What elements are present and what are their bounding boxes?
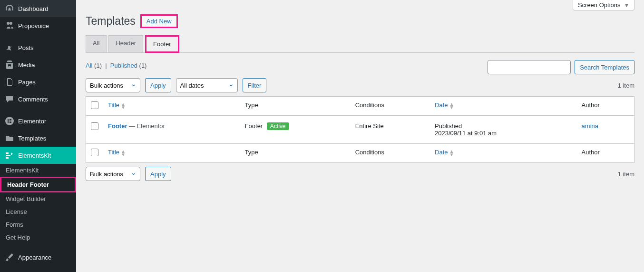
status-filter-links: All (1) | Published (1) [86, 62, 146, 69]
comments-icon [5, 94, 14, 104]
col-type: Type [240, 97, 351, 116]
filter-all-count: (1) [94, 62, 102, 69]
tab-footer[interactable]: Footer [145, 35, 179, 53]
elementskit-icon [5, 151, 14, 160]
sidebar-sub-forms[interactable]: Forms [0, 218, 76, 231]
item-count-bottom: 1 item [618, 171, 634, 178]
dashboard-icon [5, 4, 14, 13]
filter-sep: | [105, 62, 107, 69]
template-tabs: All Header Footer [86, 35, 634, 53]
sidebar-item-templates[interactable]: Templates [0, 130, 76, 147]
col-title[interactable]: Title▲▼ [108, 101, 126, 109]
col-conditions-foot: Conditions [351, 144, 430, 163]
tab-header[interactable]: Header [108, 35, 143, 52]
col-author-foot: Author [577, 144, 634, 163]
main-content: Screen Options ▼ Templates Add New All H… [76, 0, 644, 272]
tab-all[interactable]: All [86, 35, 107, 52]
templates-table: Title▲▼ Type Conditions Date▲▼ Author Fo… [86, 96, 634, 163]
select-all-bottom[interactable] [91, 149, 98, 156]
filter-all-link[interactable]: All [86, 62, 92, 69]
sidebar-sub-get-help[interactable]: Get Help [0, 231, 76, 244]
page-title: Templates [86, 15, 136, 28]
col-date[interactable]: Date▲▼ [435, 101, 454, 109]
row-title-link[interactable]: Footer [108, 122, 127, 130]
sidebar-item-elementor[interactable]: Elementor [0, 112, 76, 130]
pin-icon [5, 43, 14, 52]
pages-icon [5, 77, 14, 87]
row-date-status: Published [435, 122, 572, 130]
sidebar-label: Appearance [18, 254, 51, 261]
users-icon [5, 21, 14, 30]
svg-rect-1 [8, 119, 9, 123]
sidebar-label: Pages [18, 79, 36, 86]
sidebar-item-propovoice[interactable]: Propovoice [0, 17, 76, 34]
search-input[interactable] [488, 60, 571, 74]
elementor-icon [5, 116, 14, 126]
sort-icon: ▲▼ [449, 150, 454, 156]
sidebar-item-pages[interactable]: Pages [0, 73, 76, 91]
sidebar-item-comments[interactable]: Comments [0, 91, 76, 108]
sidebar-item-posts[interactable]: Posts [0, 39, 76, 56]
sidebar-item-media[interactable]: Media [0, 56, 76, 73]
add-new-button[interactable]: Add New [140, 14, 178, 28]
bulk-actions-select-top[interactable]: Bulk actions [86, 78, 140, 92]
svg-rect-7 [6, 157, 9, 159]
sidebar-item-elementskit[interactable]: ElementsKit [0, 147, 76, 164]
col-type-foot: Type [240, 144, 351, 163]
bulk-actions-select-bottom[interactable]: Bulk actions [86, 167, 140, 181]
sidebar-label: Elementor [18, 118, 46, 125]
row-title-suffix: — Elementor [127, 122, 165, 130]
sort-icon: ▲▼ [449, 102, 454, 109]
svg-rect-5 [6, 152, 9, 154]
col-title-foot[interactable]: Title▲▼ [108, 149, 126, 156]
col-date-foot[interactable]: Date▲▼ [435, 149, 454, 156]
svg-rect-4 [10, 122, 11, 123]
brush-icon [5, 252, 14, 262]
svg-rect-3 [10, 121, 11, 121]
sidebar-sub-elementskit[interactable]: ElementsKit [0, 164, 76, 177]
row-date-time: 2023/09/11 at 9:01 am [435, 130, 572, 137]
svg-rect-6 [6, 155, 10, 156]
row-type: Footer [245, 122, 263, 130]
screen-options-label: Screen Options [578, 1, 621, 9]
select-all-top[interactable] [91, 101, 98, 109]
sort-icon: ▲▼ [121, 150, 126, 156]
sidebar-label: Templates [18, 135, 46, 142]
sidebar-item-appearance[interactable]: Appearance [0, 249, 76, 266]
row-checkbox[interactable] [91, 122, 98, 130]
col-conditions: Conditions [351, 97, 430, 116]
row-conditions: Entire Site [351, 116, 430, 144]
apply-button-top[interactable]: Apply [145, 78, 171, 92]
filter-published-count: (1) [139, 62, 147, 69]
apply-button-bottom[interactable]: Apply [145, 167, 171, 181]
sidebar-label: Posts [18, 44, 34, 51]
sidebar-sub-license[interactable]: License [0, 205, 76, 218]
col-author: Author [577, 97, 634, 116]
filter-button[interactable]: Filter [243, 78, 267, 92]
table-row: Footer — Elementor Footer Active Entire … [86, 116, 634, 144]
media-icon [5, 60, 14, 70]
sidebar-label: Propovoice [18, 22, 49, 30]
svg-rect-2 [10, 119, 11, 120]
sidebar-label: ElementsKit [18, 152, 51, 159]
filter-published-link[interactable]: Published [110, 62, 137, 69]
item-count-top: 1 item [618, 82, 634, 89]
search-button[interactable]: Search Templates [575, 60, 634, 74]
sidebar-sub-header-footer[interactable]: Header Footer [0, 177, 76, 192]
screen-options-toggle[interactable]: Screen Options ▼ [573, 0, 634, 10]
date-filter-select[interactable]: All dates [176, 78, 238, 92]
sidebar-label: Dashboard [18, 5, 49, 12]
folder-icon [5, 133, 14, 143]
sidebar-label: Media [18, 61, 35, 69]
sidebar-label: Comments [18, 96, 48, 103]
admin-sidebar: Dashboard Propovoice Posts Media Pages C… [0, 0, 76, 272]
chevron-down-icon: ▼ [624, 2, 629, 8]
sidebar-item-dashboard[interactable]: Dashboard [0, 0, 76, 17]
active-badge: Active [267, 122, 289, 130]
row-author-link[interactable]: amina [582, 122, 598, 130]
sidebar-sub-widget-builder[interactable]: Widget Builder [0, 192, 76, 205]
sort-icon: ▲▼ [121, 102, 126, 109]
